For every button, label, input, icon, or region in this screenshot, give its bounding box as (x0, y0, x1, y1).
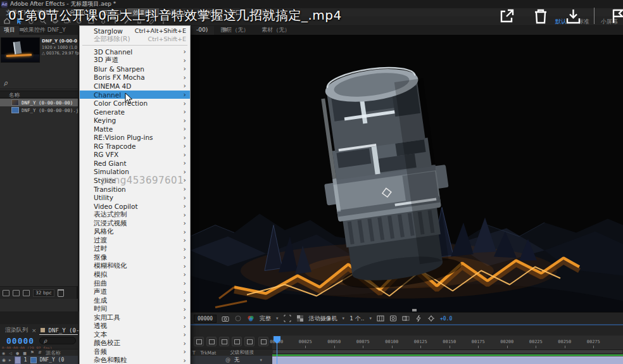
view-select[interactable]: 活动摄像机 (309, 315, 337, 323)
resolution-select[interactable]: 完整 (260, 315, 271, 323)
menu-item[interactable]: 过渡› (80, 236, 190, 245)
project-bit-depth[interactable]: 32 bpc (33, 289, 54, 297)
timeline-search-field[interactable]: ρ (39, 337, 76, 344)
menu-item[interactable]: Video Copilot› (80, 202, 190, 211)
layer-duration-bar[interactable] (272, 356, 623, 364)
menu-item[interactable]: Blur & Sharpen› (80, 65, 190, 73)
snapshot-camera-icon[interactable] (222, 315, 229, 322)
menu-item[interactable]: 沉浸式视频› (80, 219, 190, 228)
work-area-bar[interactable] (272, 349, 623, 354)
download-icon[interactable] (565, 8, 582, 26)
graph-editor-icon[interactable] (232, 337, 242, 346)
menu-item[interactable]: 风格化› (80, 227, 190, 236)
project-search-field[interactable]: ρ (0, 77, 78, 89)
menu-item[interactable]: RE:Vision Plug-ins› (80, 133, 190, 142)
menu-item[interactable]: 全部移除(R)Ctrl+Shift+E (80, 35, 190, 43)
solo-icon[interactable]: ● (16, 351, 19, 355)
pixel-aspect-icon[interactable] (402, 315, 410, 322)
close-tab-icon[interactable]: × (32, 327, 37, 334)
lock-icon[interactable]: ■ (23, 351, 27, 355)
view-layout-select[interactable]: 1 个.. (349, 315, 364, 323)
menu-item[interactable]: StarglowCtrl+Alt+Shift+E (80, 27, 190, 35)
menu-item[interactable]: 透视› (80, 322, 190, 331)
menu-item[interactable]: 时间› (80, 304, 190, 313)
render-queue-tab[interactable]: 渲染队列 (5, 326, 28, 334)
transparency-grid-icon[interactable] (296, 315, 304, 322)
audio-icon[interactable]: ◁ (9, 351, 12, 355)
panel-menu-icon[interactable]: ≡ (19, 26, 24, 33)
layer-source-name[interactable]: DNF_Y (0 (40, 357, 65, 363)
viewer-resize-handle[interactable] (412, 309, 417, 311)
menu-item[interactable]: Matte› (80, 125, 190, 134)
show-channels-icon[interactable] (247, 315, 255, 322)
menu-item[interactable]: 文本› (80, 330, 190, 339)
menu-item[interactable]: Color Correction› (80, 99, 190, 108)
timeline-comp-tab[interactable]: DNF_Y (0- (49, 327, 80, 334)
submenu-arrow-icon: › (181, 151, 186, 158)
menu-item[interactable]: 3D Channel› (80, 47, 190, 56)
exposure-value[interactable]: +0.0 (440, 316, 452, 322)
menu-item[interactable]: RG Trapcode› (80, 142, 190, 151)
menu-item[interactable]: 模拟› (80, 270, 190, 279)
delete-item-icon[interactable] (58, 289, 64, 297)
panel-menu-icon[interactable]: ≡ (223, 26, 228, 33)
menu-item[interactable]: Channel› (80, 91, 190, 99)
viewer-tab[interactable]: 素材（无） (255, 25, 296, 35)
menu-item[interactable]: CINEMA 4D› (80, 82, 190, 91)
menu-item[interactable]: 表达式控制› (80, 210, 190, 219)
viewer-timecode[interactable]: 00000 (194, 315, 217, 323)
show-snapshot-icon[interactable] (234, 315, 242, 322)
exposure-gear-icon[interactable] (427, 315, 435, 322)
project-item-row[interactable]: DNF_Y (0-00-00-00) (0, 99, 78, 106)
motion-blur-icon[interactable] (219, 337, 229, 346)
project-item-row[interactable]: DNF_Y (0-00-00-00).jpg (0, 106, 78, 114)
grid-guides-icon[interactable] (377, 315, 384, 322)
brainstorm-icon[interactable] (244, 337, 255, 346)
viewer-tab[interactable]: -00) (190, 25, 214, 35)
menu-item[interactable]: Boris FX Mocha› (80, 73, 190, 82)
submenu-arrow-icon: › (181, 306, 186, 313)
menu-item[interactable]: 生成› (80, 296, 190, 305)
region-of-interest-icon[interactable] (284, 315, 291, 322)
menu-item[interactable]: Keying› (80, 116, 190, 125)
menu-item[interactable]: 过时› (80, 245, 190, 254)
trash-icon[interactable] (533, 8, 548, 26)
panel-tab[interactable]: 项目 (0, 25, 19, 35)
menu-item[interactable]: 颜色校正› (80, 339, 190, 348)
current-frame[interactable]: 00000 (6, 336, 34, 346)
fast-preview-icon[interactable] (415, 315, 422, 322)
pickwhip-icon[interactable]: @ (225, 357, 230, 363)
menu-item[interactable]: Generate› (80, 108, 190, 116)
quality-toggle-icon[interactable] (194, 337, 204, 346)
share-icon[interactable] (499, 8, 515, 25)
composition-stage[interactable] (190, 35, 623, 312)
parent-select[interactable]: 无 (234, 356, 240, 364)
menu-item[interactable]: RG VFX› (80, 151, 190, 160)
menu-item[interactable]: 声道› (80, 287, 190, 296)
project-name-column-header[interactable]: 名称 (0, 91, 78, 98)
frame-blend-icon[interactable] (206, 337, 217, 346)
layer-row[interactable]: ◉ ▸ 1 DNF_Y (0 (0, 356, 78, 364)
panel-tab[interactable]: 效果控件 DNF_Y (19, 25, 70, 35)
eye-icon[interactable]: ◉ (2, 351, 5, 355)
flag-icon[interactable] (612, 8, 623, 26)
menu-item[interactable]: 扭曲› (80, 279, 190, 288)
label-flag-icon[interactable]: ⚑ (30, 350, 34, 355)
menu-item[interactable]: 音频› (80, 348, 190, 356)
layer-color-swatch[interactable] (15, 356, 21, 364)
viewer-tab[interactable]: 图层（无） (214, 25, 255, 35)
mask-visibility-icon[interactable] (389, 315, 397, 322)
menu-item[interactable]: Red Giant› (80, 159, 190, 168)
layer-eye-icon[interactable]: ◉ (2, 358, 6, 363)
menu-item[interactable]: 抠像› (80, 253, 190, 262)
menu-item[interactable]: 模糊和锐化› (80, 262, 190, 271)
viewer-toolbar: 00000 完整▾ 活动摄像机▾ 1 个..▾ +0.0 (190, 312, 623, 324)
menu-item[interactable]: 3D 声道› (80, 56, 190, 65)
layer-expander-icon[interactable]: ▸ (9, 358, 11, 363)
menu-item[interactable]: 实用工具› (80, 313, 190, 322)
interpret-footage-icon[interactable] (3, 290, 9, 296)
new-composition-icon[interactable] (23, 290, 30, 296)
new-folder-icon[interactable] (13, 290, 20, 296)
menu-item[interactable]: 杂色和颗粒› (80, 356, 190, 364)
menu-item[interactable]: Utility› (80, 193, 190, 202)
